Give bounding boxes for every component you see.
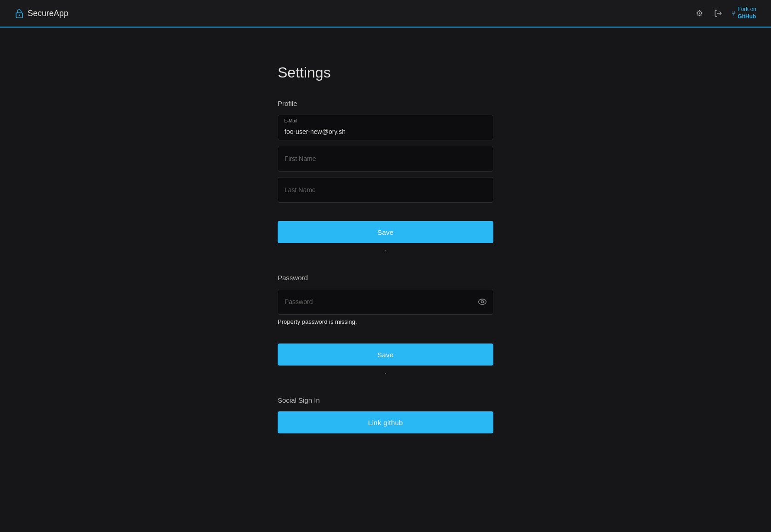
brand: SecureApp	[15, 9, 68, 18]
password-toggle-button[interactable]	[478, 297, 487, 306]
settings-container: Settings Profile E-Mail	[278, 64, 493, 452]
password-error: Property password is missing.	[278, 318, 493, 325]
last-name-form-group	[278, 177, 493, 203]
svg-point-1	[19, 15, 20, 16]
social-section: Social Sign In Link github	[278, 396, 493, 433]
first-name-form-group	[278, 146, 493, 172]
last-name-input-wrapper	[278, 177, 493, 203]
svg-point-4	[481, 301, 484, 303]
password-section-label: Password	[278, 274, 493, 282]
fork-label: Fork on GitHub	[737, 6, 756, 20]
password-field[interactable]	[278, 289, 493, 315]
profile-section: Profile E-Mail Save ·	[278, 100, 493, 255]
gear-icon: ⚙	[696, 8, 703, 18]
brand-name: SecureApp	[28, 9, 68, 18]
password-input-wrapper	[278, 289, 493, 315]
email-input-wrapper: E-Mail	[278, 115, 493, 140]
social-section-label: Social Sign In	[278, 396, 493, 404]
password-dot: ·	[278, 368, 493, 378]
signout-icon	[714, 9, 722, 17]
profile-dot: ·	[278, 246, 493, 255]
profile-save-button[interactable]: Save	[278, 221, 493, 243]
fork-icon: ⑂	[732, 10, 735, 17]
email-field[interactable]	[278, 115, 493, 140]
settings-icon-button[interactable]: ⚙	[694, 6, 705, 20]
password-section: Password Property password is missing. S…	[278, 274, 493, 378]
navbar-actions: ⚙ ⑂ Fork on GitHub	[694, 6, 756, 20]
signout-button[interactable]	[712, 7, 724, 19]
first-name-field[interactable]	[278, 146, 493, 172]
profile-section-label: Profile	[278, 100, 493, 107]
eye-icon	[478, 297, 487, 306]
password-form-group: Property password is missing.	[278, 289, 493, 325]
first-name-input-wrapper	[278, 146, 493, 172]
last-name-field[interactable]	[278, 177, 493, 203]
email-form-group: E-Mail	[278, 115, 493, 140]
lock-icon	[15, 9, 24, 18]
password-save-button[interactable]: Save	[278, 344, 493, 366]
fork-github-link[interactable]: ⑂ Fork on GitHub	[732, 6, 756, 20]
main-content: Settings Profile E-Mail	[0, 28, 771, 488]
page-title: Settings	[278, 64, 493, 81]
svg-point-3	[479, 299, 486, 305]
navbar: SecureApp ⚙ ⑂ Fork on GitHub	[0, 0, 771, 28]
link-github-button[interactable]: Link github	[278, 411, 493, 433]
